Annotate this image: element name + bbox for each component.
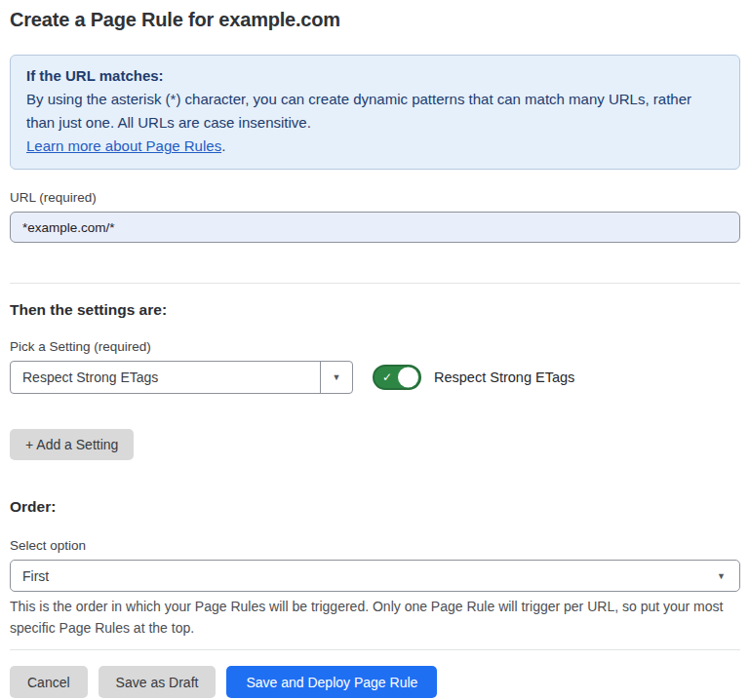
add-setting-button[interactable]: + Add a Setting <box>10 429 134 460</box>
cancel-button[interactable]: Cancel <box>10 666 88 698</box>
toggle-knob <box>398 368 418 388</box>
info-box-body: By using the asterisk (*) character, you… <box>26 88 724 135</box>
url-match-info-box: If the URL matches: By using the asteris… <box>10 55 740 170</box>
info-box-heading: If the URL matches: <box>26 64 724 88</box>
setting-select-arrow-button[interactable]: ▼ <box>320 362 352 393</box>
order-select-value: First <box>22 568 49 584</box>
footer-actions: Cancel Save as Draft Save and Deploy Pag… <box>10 666 740 698</box>
url-field-label: URL (required) <box>10 189 740 206</box>
check-icon: ✓ <box>382 370 392 384</box>
learn-more-link[interactable]: Learn more about Page Rules <box>26 137 221 154</box>
setting-toggle[interactable]: ✓ <box>373 365 421 390</box>
setting-select[interactable]: Respect Strong ETags ▼ <box>10 361 353 394</box>
order-section-heading: Order: <box>10 498 740 516</box>
page-title: Create a Page Rule for example.com <box>10 9 740 31</box>
setting-row: Respect Strong ETags ▼ ✓ Respect Strong … <box>10 361 740 394</box>
save-and-deploy-button[interactable]: Save and Deploy Page Rule <box>226 666 437 698</box>
setting-toggle-label: Respect Strong ETags <box>434 369 574 385</box>
order-help-text: This is the order in which your Page Rul… <box>10 596 740 639</box>
link-period: . <box>221 137 225 154</box>
chevron-down-icon: ▼ <box>717 571 726 581</box>
save-as-draft-button[interactable]: Save as Draft <box>99 666 217 698</box>
pick-setting-label: Pick a Setting (required) <box>10 338 740 355</box>
info-box-link-line: Learn more about Page Rules. <box>26 135 724 158</box>
order-select-label: Select option <box>10 537 740 554</box>
footer-divider <box>10 649 740 650</box>
url-input[interactable] <box>10 212 740 243</box>
settings-section-heading: Then the settings are: <box>10 301 740 319</box>
setting-select-value: Respect Strong ETags <box>11 362 320 393</box>
order-select[interactable]: First ▼ <box>10 560 740 592</box>
chevron-down-icon: ▼ <box>333 372 341 382</box>
page-rule-form: Create a Page Rule for example.com If th… <box>0 9 750 698</box>
section-divider <box>10 283 740 284</box>
